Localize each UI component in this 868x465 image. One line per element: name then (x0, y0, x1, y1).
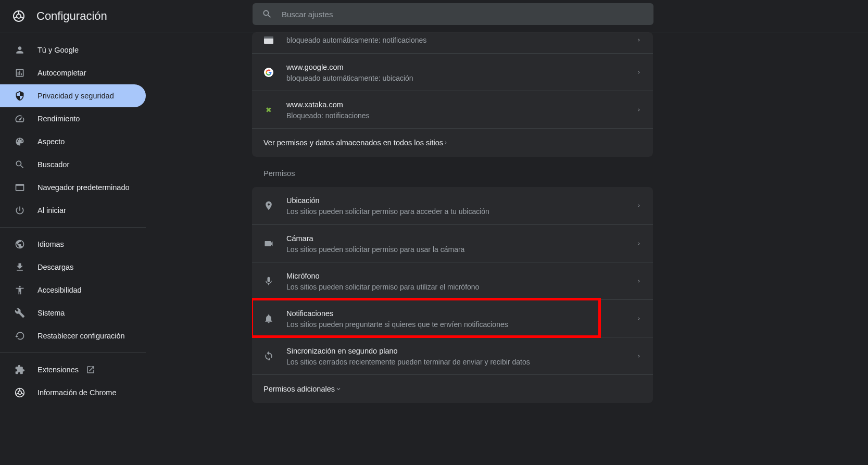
search-icon (262, 9, 272, 19)
sidebar-item-descargas[interactable]: Descargas (0, 256, 146, 279)
sidebar-item-buscador[interactable]: Buscador (0, 153, 146, 176)
sidebar-item-label: Buscador (37, 160, 69, 169)
chevron-right-icon (636, 241, 641, 246)
main-content: bloqueado automáticamente: notificacione… (146, 32, 868, 465)
palette-icon (15, 136, 25, 147)
additional-permissions-label: Permisos adicionales (263, 383, 335, 395)
sidebar-item-label: Navegador predeterminado (37, 183, 130, 192)
sidebar-item-label: Descargas (37, 263, 73, 271)
sidebar-item-privacidad-y-seguridad[interactable]: Privacidad y seguridad (0, 84, 146, 107)
search-input[interactable] (282, 10, 644, 19)
reset-icon (15, 331, 25, 341)
sidebar-item-label: Privacidad y seguridad (37, 92, 114, 100)
site-url: www.xataka.com (286, 99, 636, 110)
permission-row-mic[interactable]: MicrófonoLos sitios pueden solicitar per… (252, 262, 653, 299)
permission-title: Notificaciones (286, 308, 636, 319)
autofill-icon (15, 68, 25, 78)
permission-row-sync[interactable]: Sincronización en segundo planoLos sitio… (252, 337, 653, 374)
search-container[interactable] (253, 3, 653, 25)
chevron-right-icon (636, 279, 641, 284)
download-icon (15, 262, 25, 272)
performance-icon (15, 114, 25, 124)
permission-title: Micrófono (286, 270, 636, 282)
sidebar-item-label: Sistema (37, 309, 65, 317)
browser-icon (15, 182, 25, 193)
sidebar-item-accesibilidad[interactable]: Accesibilidad (0, 279, 146, 301)
location-icon (263, 200, 274, 211)
sidebar-item-label: Restablecer configuración (37, 332, 125, 340)
permission-desc: Los sitios pueden preguntarte si quieres… (286, 319, 636, 330)
shield-icon (15, 91, 25, 101)
site-status: bloqueado automáticamente: ubicación (286, 73, 636, 83)
search-icon (15, 159, 25, 170)
xataka-favicon: ✖ (264, 105, 273, 115)
sidebar-item-label: Accesibilidad (37, 286, 82, 294)
permissions-card: UbicaciónLos sitios pueden solicitar per… (252, 187, 653, 403)
permission-title: Ubicación (286, 195, 636, 206)
header: Configuración (0, 0, 868, 32)
permissions-section-label: Permisos (252, 157, 653, 187)
sidebar-item-label: Información de Chrome (37, 388, 117, 397)
sidebar-item-label: Idiomas (37, 240, 64, 248)
permission-row-camera[interactable]: CámaraLos sitios pueden solicitar permis… (252, 224, 653, 262)
sidebar-item-label: Rendimiento (37, 115, 80, 123)
sidebar-item-información-de-chrome[interactable]: Información de Chrome (0, 381, 146, 404)
permission-row-location[interactable]: UbicaciónLos sitios pueden solicitar per… (252, 187, 653, 224)
google-favicon (264, 68, 273, 77)
sidebar-item-extensiones[interactable]: Extensiones (0, 358, 146, 381)
site-url: www.google.com (286, 61, 636, 73)
sidebar-item-label: Al iniciar (37, 206, 66, 215)
chrome-logo-icon (12, 10, 25, 22)
chevron-down-icon (335, 385, 342, 393)
globe-icon (15, 239, 25, 249)
chevron-right-icon (636, 70, 641, 75)
site-row[interactable]: www.google.combloqueado automáticamente:… (252, 53, 653, 91)
sidebar-item-label: Extensiones (37, 366, 79, 374)
power-icon (15, 205, 25, 216)
site-favicon (264, 36, 273, 44)
sidebar-item-tú-y-google[interactable]: Tú y Google (0, 39, 146, 61)
view-all-sites-label: Ver permisos y datos almacenados en todo… (263, 137, 443, 148)
sidebar-item-autocompletar[interactable]: Autocompletar (0, 61, 146, 84)
wrench-icon (15, 308, 25, 318)
site-row[interactable]: bloqueado automáticamente: notificacione… (252, 32, 653, 53)
permission-row-bell[interactable]: NotificacionesLos sitios pueden pregunta… (252, 299, 653, 337)
chevron-right-icon (636, 203, 641, 208)
sidebar-item-label: Tú y Google (37, 46, 79, 54)
sidebar-item-sistema[interactable]: Sistema (0, 301, 146, 324)
chevron-right-icon (443, 140, 448, 145)
chrome-icon (15, 387, 25, 398)
chevron-right-icon (636, 37, 641, 43)
sidebar: Tú y GoogleAutocompletarPrivacidad y seg… (0, 32, 146, 465)
permission-desc: Los sitios cerrados recientemente pueden… (286, 357, 636, 367)
chevron-right-icon (636, 354, 641, 359)
site-row[interactable]: ✖www.xataka.comBloqueado: notificaciones (252, 91, 653, 128)
sync-icon (263, 351, 274, 361)
sidebar-item-al-iniciar[interactable]: Al iniciar (0, 199, 146, 222)
sidebar-item-rendimiento[interactable]: Rendimiento (0, 107, 146, 130)
sidebar-divider (0, 227, 146, 228)
chevron-right-icon (636, 316, 641, 321)
permission-title: Sincronización en segundo plano (286, 345, 636, 357)
permission-title: Cámara (286, 233, 636, 244)
additional-permissions-row[interactable]: Permisos adicionales (252, 374, 653, 403)
permission-desc: Los sitios pueden solicitar permiso para… (286, 206, 636, 217)
sidebar-item-restablecer-configuración[interactable]: Restablecer configuración (0, 324, 146, 347)
person-icon (15, 45, 25, 55)
recent-sites-card: bloqueado automáticamente: notificacione… (252, 32, 653, 157)
site-status: bloqueado automáticamente: notificacione… (286, 35, 636, 45)
sidebar-item-label: Autocompletar (37, 69, 86, 77)
extension-icon (15, 365, 25, 375)
site-status: Bloqueado: notificaciones (286, 110, 636, 121)
sidebar-item-label: Aspecto (37, 137, 65, 146)
permission-desc: Los sitios pueden solicitar permiso para… (286, 282, 636, 292)
sidebar-item-aspecto[interactable]: Aspecto (0, 130, 146, 153)
chevron-right-icon (636, 107, 641, 112)
camera-icon (263, 238, 274, 249)
sidebar-item-navegador-predeterminado[interactable]: Navegador predeterminado (0, 176, 146, 199)
external-link-icon (86, 365, 95, 374)
bell-icon (263, 313, 274, 324)
view-all-sites-row[interactable]: Ver permisos y datos almacenados en todo… (252, 128, 653, 157)
sidebar-item-idiomas[interactable]: Idiomas (0, 233, 146, 256)
header-title: Configuración (36, 9, 107, 23)
